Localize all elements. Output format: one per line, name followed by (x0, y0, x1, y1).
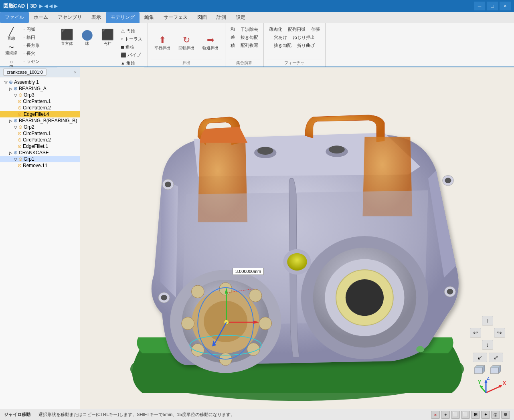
btn-pipe[interactable]: ⬛ パイプ (119, 51, 144, 59)
btn-sphere-label: 球 (85, 41, 89, 46)
tree-expand-grp1[interactable]: ▽ (13, 157, 18, 162)
maximize-button[interactable]: □ (487, 2, 498, 10)
tree-expand-assembly1[interactable]: ▽ (3, 80, 9, 85)
3d-model-view (80, 67, 514, 409)
cube-view-2[interactable] (489, 364, 503, 377)
btn-bend[interactable]: 折り曲げ (295, 42, 317, 49)
tree-edgefillet1-label: EdgeFillet.1 (23, 143, 48, 149)
tree-grp3[interactable]: ▽ ⊙ Grp3 (0, 92, 80, 98)
tree-edgefillet1[interactable]: ⊙ EdgeFillet.1 (0, 143, 80, 149)
nav-down-button[interactable]: ↓ (482, 340, 493, 349)
btn-union[interactable]: 和 (229, 26, 237, 33)
status-icon-grid[interactable]: ⊞ (471, 411, 480, 419)
tree-expand-bearing-a[interactable]: ▷ (8, 87, 14, 91)
tree-remove11[interactable]: ⊙ Remove.11 (0, 162, 80, 169)
btn-polyline[interactable]: 〜 連続線 (3, 43, 19, 57)
btn-chamfer-prism[interactable]: ◼ 角柱 (119, 43, 144, 51)
btn-hole[interactable]: 穴あけ (272, 34, 289, 41)
btn-cylinder[interactable]: ⬛ 円柱 (98, 26, 117, 48)
menu-edit[interactable]: 編集 (140, 12, 159, 23)
tree-grp1-label: Grp1 (24, 156, 34, 162)
nav-move-button[interactable]: ⤢ (489, 353, 503, 362)
svg-text:Y: Y (478, 380, 481, 385)
measurement-value: 3.000000mm (235, 269, 261, 274)
btn-intersection[interactable]: 積 (229, 42, 237, 49)
menu-drawing[interactable]: 図面 (192, 12, 212, 23)
menu-file[interactable]: ファイル (0, 12, 29, 23)
menu-measure[interactable]: 計測 (212, 12, 231, 23)
cube-view-1[interactable] (473, 364, 487, 377)
nav-left-rotate-button[interactable]: ↩ (470, 328, 481, 337)
nav-right-rotate-button[interactable]: ↪ (494, 328, 505, 337)
menu-settings[interactable]: 設定 (231, 12, 250, 23)
toolbar-icons: ▶ ◀ ◀ ▶ (39, 3, 58, 9)
tree-expand-crankcase[interactable]: ▷ (8, 151, 14, 155)
btn-rect[interactable]: ◦ 長方形 (22, 42, 51, 49)
btn-box[interactable]: ⬛ 直方体 (57, 26, 77, 48)
tree-circpattern1-a[interactable]: ⊙ CircPattern.1 (0, 98, 80, 105)
tree-edgefillet4[interactable]: ⊙ EdgeFillet.4 (0, 111, 80, 117)
tree-crankcase[interactable]: ▷ ⊕ CRANKCASE (0, 149, 80, 156)
btn-torus[interactable]: ○ トーラス (119, 35, 144, 43)
boolean-group-label: 集合演算 (229, 59, 260, 66)
menu-modeling[interactable]: モデリング (106, 12, 140, 23)
tree-grp2[interactable]: ▽ ⊙ Grp2 (0, 124, 80, 130)
status-icon-x[interactable]: × (431, 411, 440, 419)
btn-undercut[interactable]: 抜き勾配 (272, 42, 293, 49)
btn-ellipse[interactable]: ◦ 楕円 (22, 34, 51, 41)
btn-twist-push[interactable]: ねじり押出 (291, 34, 317, 41)
close-button[interactable]: × (500, 2, 511, 10)
svg-text:Z: Z (487, 377, 490, 381)
btn-interference[interactable]: 干渉除去 (239, 26, 260, 33)
status-icon-settings[interactable]: ⚙ (501, 411, 510, 419)
nav-prev-view-button[interactable]: ↙ (473, 353, 487, 362)
menu-assembly[interactable]: アセンブリ (53, 12, 87, 23)
btn-thin[interactable]: 薄肉化 (267, 26, 284, 33)
status-icon-plus[interactable]: ＋ (441, 411, 450, 419)
tree-grp1[interactable]: ▽ ⊙ Grp1 (0, 156, 80, 162)
tree-bearing-b[interactable]: ▷ ⊕ BEARING_B(BEARING_B) (0, 117, 80, 124)
status-icon-box1[interactable]: ⬜ (451, 411, 460, 419)
status-icon-box2[interactable]: ⬜ (461, 411, 470, 419)
btn-rotate-push-label: 回転押出 (178, 45, 194, 51)
nav-up-button[interactable]: ↑ (482, 316, 493, 325)
svg-text:X: X (503, 380, 506, 386)
btn-sphere[interactable]: ⬤ 球 (78, 26, 96, 48)
status-icon-target[interactable]: ◎ (491, 411, 500, 419)
menu-home[interactable]: ホーム (29, 12, 53, 23)
btn-rotate-push[interactable]: ↻ 回転押出 (175, 33, 198, 53)
btn-helix[interactable]: ◦ ラセン (22, 58, 51, 65)
btn-extend[interactable]: 伸張 (309, 26, 322, 33)
btn-difference[interactable]: 差 (229, 34, 237, 41)
menu-surface[interactable]: サーフェス (159, 12, 192, 23)
feature-icon-ef4: ⊙ (18, 111, 22, 117)
status-icon-star[interactable]: ✦ (481, 411, 490, 419)
viewport[interactable]: 3.000000mm ↑ ↩ ↪ ↓ ↙ ⤢ (80, 67, 514, 409)
btn-draft-angle[interactable]: 抜き勾配 (239, 34, 260, 41)
tree-assembly1[interactable]: ▽ ⊕ Assembly 1 (0, 79, 80, 85)
tree-circpattern2-b[interactable]: ⊙ CircPattern.2 (0, 137, 80, 143)
main-area: crankcase_1001:0 × ▽ ⊕ Assembly 1 ▷ ⊕ BE… (0, 67, 514, 409)
tree-expand-bearing-b[interactable]: ▷ (8, 119, 14, 123)
parallel-push-icon: ⬆ (159, 35, 166, 45)
tree-expand-grp2[interactable]: ▽ (13, 125, 18, 129)
ball3 (259, 317, 272, 330)
btn-slot[interactable]: ◦ 長穴 (22, 50, 51, 57)
sidebar-tab-file[interactable]: crankcase_1001:0 (3, 69, 47, 76)
btn-circular-arc[interactable]: 配列円弧 (286, 26, 308, 33)
btn-rail-push[interactable]: ➡ 軌道押出 (199, 33, 222, 53)
btn-parallel-push[interactable]: ⬆ 平行押出 (151, 33, 174, 53)
sidebar-tab-close[interactable]: × (74, 70, 77, 75)
center-boss-inner (287, 253, 307, 271)
tree-circpattern1-b[interactable]: ⊙ CircPattern.1 (0, 130, 80, 137)
btn-line[interactable]: ╱ 直線 (3, 26, 19, 42)
menu-display[interactable]: 表示 (87, 12, 106, 23)
tree-bearing-a[interactable]: ▷ ⊕ BEARING_A (0, 85, 80, 92)
tree-circpattern2-a[interactable]: ⊙ CircPattern.2 (0, 105, 80, 111)
btn-cone[interactable]: △ 円錐 (119, 27, 144, 35)
btn-arc[interactable]: ◦ 円弧 (22, 26, 51, 33)
minimize-button[interactable]: ─ (474, 2, 485, 10)
tree-expand-grp3[interactable]: ▽ (13, 93, 18, 97)
btn-array-copy[interactable]: 配列複写 (239, 42, 260, 49)
btn-pyramid[interactable]: ▲ 角錐 (119, 59, 144, 67)
